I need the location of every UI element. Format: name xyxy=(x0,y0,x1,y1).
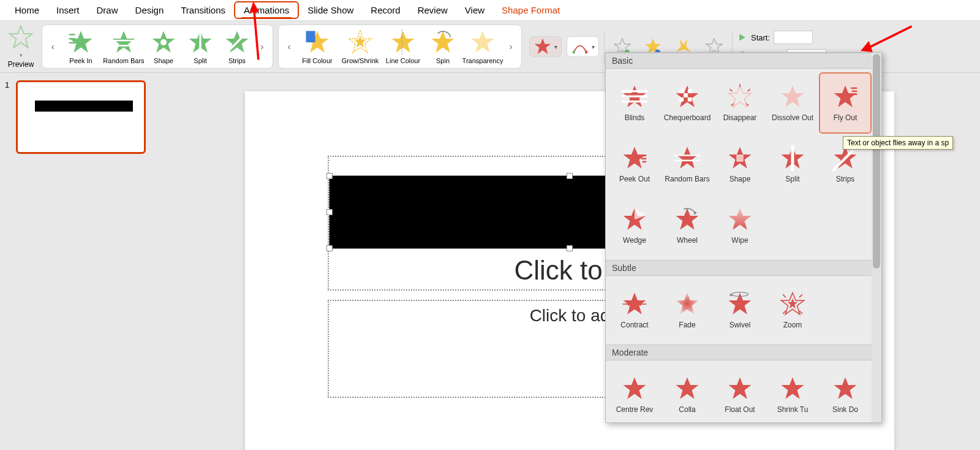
panel-scrollbar[interactable] xyxy=(872,53,881,422)
tab-record[interactable]: Record xyxy=(362,2,409,18)
svg-marker-51 xyxy=(782,86,804,107)
svg-marker-0 xyxy=(10,26,32,48)
anim-option-zoom[interactable]: Zoom xyxy=(766,280,819,341)
gallery2-prev[interactable]: ‹ xyxy=(282,28,296,65)
handle-bl[interactable] xyxy=(326,245,333,251)
preview-label: Preview xyxy=(8,60,34,69)
anim-option-blinds[interactable]: Blinds xyxy=(608,72,661,134)
tab-slideshow[interactable]: Slide Show xyxy=(299,2,362,18)
tab-design[interactable]: Design xyxy=(127,2,173,18)
anim-spin[interactable]: Spin xyxy=(424,27,461,66)
anim-strips[interactable]: Strips xyxy=(219,27,255,66)
anim-option-float-out[interactable]: Float Out xyxy=(714,364,766,422)
anim-line-colour[interactable]: Line Colour xyxy=(382,27,424,66)
preview-button[interactable]: ▾ Preview xyxy=(5,25,37,69)
start-input[interactable] xyxy=(774,31,813,44)
svg-marker-78 xyxy=(676,293,699,315)
svg-rect-11 xyxy=(199,29,201,55)
handle-tl[interactable] xyxy=(326,173,333,179)
exit-effect-dropdown[interactable]: ▾ xyxy=(529,36,562,57)
anim-shape[interactable]: Shape xyxy=(145,27,182,66)
scrollbar-thumb[interactable] xyxy=(873,54,880,269)
anim-transparency[interactable]: Transparency xyxy=(461,27,504,66)
anim-fill-colour[interactable]: Fill Colour xyxy=(296,27,339,66)
anim-option-chequerboard[interactable]: Chequerboard xyxy=(661,72,714,134)
anim-option-shape[interactable]: Shape xyxy=(714,134,766,195)
svg-line-47 xyxy=(748,89,750,91)
svg-marker-72 xyxy=(729,208,752,230)
handle-tm[interactable] xyxy=(567,173,573,179)
anim-option-wipe[interactable]: Wipe xyxy=(714,195,766,256)
svg-marker-83 xyxy=(788,299,798,309)
anim-split[interactable]: Split xyxy=(182,27,219,66)
anim-grid-moderate: Centre RevCollaFloat OutShrink TuSink Do xyxy=(606,360,881,422)
anim-option-fly-out[interactable]: Fly Out xyxy=(819,72,872,134)
svg-marker-71 xyxy=(694,211,697,215)
svg-marker-56 xyxy=(624,147,646,169)
slide-number: 1 xyxy=(5,80,12,154)
svg-marker-90 xyxy=(729,378,752,399)
svg-rect-44 xyxy=(688,97,692,102)
svg-marker-21 xyxy=(472,31,494,52)
svg-marker-92 xyxy=(834,378,857,399)
gallery-prev[interactable]: ‹ xyxy=(46,28,59,65)
ribbon-tabs: Home Insert Draw Design Transitions Anim… xyxy=(0,0,980,21)
anim-option-fade[interactable]: Fade xyxy=(661,280,714,341)
svg-line-85 xyxy=(799,294,802,297)
tooltip: Text or object flies away in a sp xyxy=(843,136,953,150)
anim-option-swivel[interactable]: Swivel xyxy=(714,280,766,341)
section-header-basic: Basic xyxy=(606,53,881,69)
handle-bm[interactable] xyxy=(567,245,573,251)
anim-option-wedge[interactable]: Wedge xyxy=(608,195,661,256)
play-icon xyxy=(737,32,747,42)
anim-option-disappear[interactable]: Disappear xyxy=(714,72,766,134)
anim-option-peek-out[interactable]: Peek Out xyxy=(608,134,661,195)
gallery2-next[interactable]: › xyxy=(504,28,518,65)
section-header-subtle: Subtle xyxy=(606,260,881,276)
anim-option-sink-do[interactable]: Sink Do xyxy=(819,364,872,422)
svg-point-23 xyxy=(572,51,575,54)
tab-shape-format[interactable]: Shape Format xyxy=(493,2,568,18)
anim-grid-subtle: ContractFadeSwivelZoom xyxy=(606,276,881,345)
svg-line-48 xyxy=(729,89,732,91)
svg-rect-37 xyxy=(622,95,647,97)
tab-view[interactable]: View xyxy=(456,2,493,18)
svg-marker-18 xyxy=(392,31,415,52)
tab-animations[interactable]: Animations xyxy=(234,1,299,19)
svg-marker-5 xyxy=(113,31,135,52)
anim-option-wheel[interactable]: Wheel xyxy=(661,195,714,256)
slide-thumbnail-1[interactable] xyxy=(16,80,146,154)
tab-review[interactable]: Review xyxy=(409,2,456,18)
anim-option-shrink-tu[interactable]: Shrink Tu xyxy=(766,364,819,422)
tab-insert[interactable]: Insert xyxy=(48,2,88,18)
anim-option-random-bars[interactable]: Random Bars xyxy=(661,134,714,195)
anim-peek-in[interactable]: Peek In xyxy=(59,27,102,66)
svg-rect-66 xyxy=(791,145,794,171)
svg-rect-36 xyxy=(622,90,647,92)
svg-rect-40 xyxy=(679,89,684,93)
gallery-next[interactable]: › xyxy=(255,28,269,65)
anim-option-contract[interactable]: Contract xyxy=(608,280,661,341)
anim-random-bars[interactable]: Random Bars xyxy=(102,27,145,66)
svg-rect-15 xyxy=(306,31,315,42)
svg-marker-88 xyxy=(624,378,646,399)
svg-marker-60 xyxy=(676,147,699,169)
svg-marker-29 xyxy=(676,39,691,52)
svg-marker-89 xyxy=(676,378,699,399)
motion-path-dropdown[interactable]: ▾ xyxy=(567,36,599,57)
svg-rect-64 xyxy=(737,155,743,161)
anim-option-centre-rev[interactable]: Centre Rev xyxy=(608,364,661,422)
slide-panel: 1 xyxy=(0,73,159,450)
anim-option-split[interactable]: Split xyxy=(766,134,819,195)
anim-grid-basic: BlindsChequerboardDisappearDissolve OutF… xyxy=(606,69,881,260)
tab-home[interactable]: Home xyxy=(6,2,48,18)
handle-ml[interactable] xyxy=(326,209,333,215)
svg-rect-38 xyxy=(622,101,647,102)
anim-option-dissolve-out[interactable]: Dissolve Out xyxy=(766,72,819,134)
tab-transitions[interactable]: Transitions xyxy=(172,2,234,18)
tab-draw[interactable]: Draw xyxy=(88,2,127,18)
anim-grow-shrink[interactable]: Grow/Shrink xyxy=(339,27,382,66)
emphasis-gallery: ‹ Fill Colour Grow/Shrink Line Colour Sp… xyxy=(278,25,522,69)
svg-rect-61 xyxy=(674,154,700,156)
anim-option-colla[interactable]: Colla xyxy=(661,364,714,422)
